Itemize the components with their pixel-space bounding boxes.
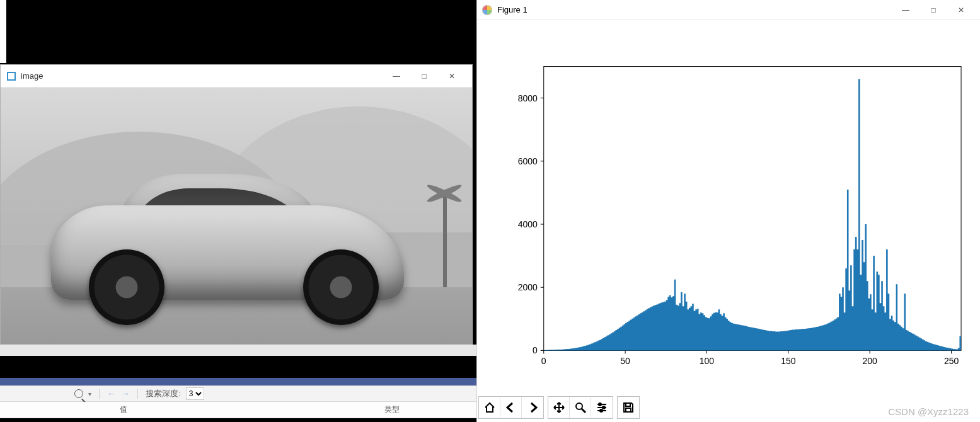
- forward-button[interactable]: [522, 397, 543, 418]
- close-button[interactable]: ✕: [438, 67, 466, 85]
- search-icon[interactable]: [74, 389, 83, 398]
- home-icon: [483, 401, 496, 414]
- figure-close-button[interactable]: ✕: [947, 1, 975, 19]
- svg-point-26: [600, 409, 602, 412]
- figure-maximize-button[interactable]: □: [919, 1, 947, 19]
- svg-text:200: 200: [863, 356, 878, 366]
- divider-bar: [0, 378, 476, 385]
- image-window-titlebar[interactable]: image — □ ✕: [1, 65, 472, 88]
- back-icon: [505, 401, 517, 414]
- svg-text:250: 250: [944, 356, 959, 366]
- svg-text:0: 0: [533, 345, 538, 355]
- figure-titlebar[interactable]: Figure 1 — □ ✕: [477, 0, 980, 20]
- save-button[interactable]: [618, 397, 639, 418]
- plot-area: 05010015020025002000400060008000: [483, 25, 974, 384]
- image-window-title: image: [21, 71, 43, 81]
- dropdown-icon[interactable]: ▾: [88, 391, 91, 397]
- code-gutter: [0, 0, 6, 63]
- svg-text:6000: 6000: [518, 156, 538, 166]
- maximize-button[interactable]: □: [410, 67, 438, 85]
- editor-strip: [0, 345, 476, 356]
- opencv-icon: [7, 72, 16, 81]
- column-type[interactable]: 类型: [384, 404, 476, 415]
- nav-forward-button[interactable]: →: [121, 389, 130, 399]
- left-pane: image — □ ✕ ▾ ← → 搜索深度: 3: [0, 0, 476, 422]
- figure-title: Figure 1: [497, 5, 527, 14]
- matplotlib-icon: [482, 5, 492, 15]
- minimize-button[interactable]: —: [383, 67, 410, 85]
- svg-rect-28: [626, 408, 631, 412]
- svg-text:0: 0: [541, 356, 546, 366]
- pan-button[interactable]: [548, 397, 570, 418]
- configure-button[interactable]: [591, 397, 613, 418]
- figure-minimize-button[interactable]: —: [892, 1, 919, 19]
- image-canvas: [1, 88, 472, 344]
- nav-back-button[interactable]: ←: [107, 389, 116, 399]
- matplotlib-figure-window: Figure 1 — □ ✕ 0501001502002500200040006…: [476, 0, 980, 422]
- config-icon: [596, 401, 608, 414]
- matplotlib-toolbar: [478, 396, 643, 419]
- histogram-chart: 05010015020025002000400060008000: [483, 25, 974, 384]
- svg-point-25: [602, 406, 605, 409]
- svg-rect-0: [544, 67, 961, 351]
- zoom-icon: [574, 401, 587, 414]
- variables-toolbar: ▾ ← → 搜索深度: 3: [0, 385, 476, 402]
- search-depth-label: 搜索深度:: [146, 388, 181, 399]
- svg-text:8000: 8000: [518, 93, 538, 103]
- pan-icon: [553, 401, 565, 414]
- svg-text:50: 50: [620, 356, 630, 366]
- svg-text:2000: 2000: [518, 282, 538, 292]
- search-depth-select[interactable]: 3: [186, 387, 204, 400]
- svg-text:100: 100: [700, 356, 715, 366]
- forward-icon: [526, 401, 539, 414]
- svg-text:4000: 4000: [518, 219, 538, 229]
- watermark: CSDN @Xyzz1223: [888, 406, 969, 417]
- svg-rect-27: [626, 403, 630, 406]
- variables-header-row: 值 类型: [0, 402, 476, 418]
- svg-point-24: [599, 403, 601, 406]
- home-button[interactable]: [479, 397, 500, 418]
- zoom-button[interactable]: [570, 397, 591, 418]
- svg-point-23: [576, 403, 582, 409]
- svg-text:150: 150: [781, 356, 796, 366]
- back-button[interactable]: [500, 397, 522, 418]
- column-value[interactable]: 值: [120, 404, 384, 415]
- opencv-image-window: image — □ ✕: [0, 64, 473, 345]
- save-icon: [622, 401, 635, 414]
